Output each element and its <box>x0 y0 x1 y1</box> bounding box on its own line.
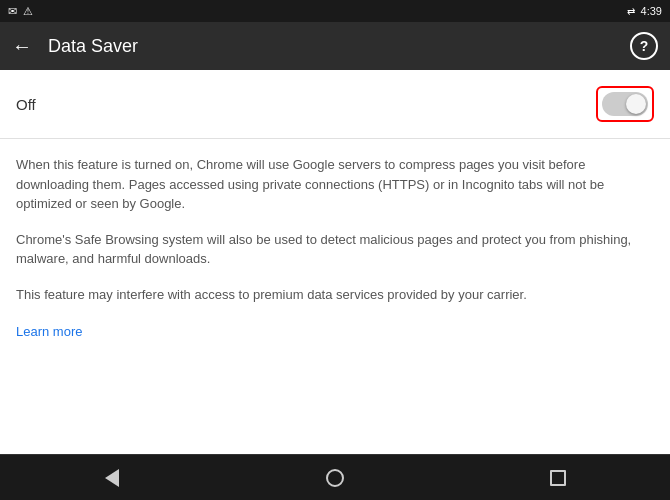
description-paragraph-2: Chrome's Safe Browsing system will also … <box>16 230 654 269</box>
back-nav-button[interactable] <box>88 454 136 501</box>
recent-apps-nav-button[interactable] <box>534 454 582 501</box>
description-section: When this feature is turned on, Chrome w… <box>0 139 670 340</box>
data-arrows-icon: ⇄ <box>627 6 635 17</box>
toolbar: ← Data Saver ? <box>0 22 670 70</box>
warning-icon: ⚠ <box>23 5 33 18</box>
envelope-icon: ✉ <box>8 5 17 18</box>
status-bar: ✉ ⚠ ⇄ 4:39 <box>0 0 670 22</box>
toggle-knob <box>626 94 646 114</box>
time-display: 4:39 <box>641 5 662 17</box>
help-button[interactable]: ? <box>630 32 658 60</box>
status-left-icons: ✉ ⚠ <box>8 5 33 18</box>
recent-apps-nav-icon <box>550 470 566 486</box>
toggle-status-label: Off <box>16 96 596 113</box>
content-area: Off When this feature is turned on, Chro… <box>0 70 670 454</box>
description-paragraph-1: When this feature is turned on, Chrome w… <box>16 155 654 214</box>
home-nav-button[interactable] <box>311 454 359 501</box>
status-right-icons: ⇄ 4:39 <box>627 5 662 17</box>
home-nav-icon <box>326 469 344 487</box>
nav-bar <box>0 454 670 500</box>
description-paragraph-3: This feature may interfere with access t… <box>16 285 654 305</box>
toggle-highlight-border <box>596 86 654 122</box>
data-saver-toggle[interactable] <box>602 92 648 116</box>
learn-more-link[interactable]: Learn more <box>16 324 82 339</box>
page-title: Data Saver <box>48 36 614 57</box>
back-button[interactable]: ← <box>12 35 32 58</box>
back-nav-icon <box>105 469 119 487</box>
data-saver-toggle-row: Off <box>0 70 670 139</box>
